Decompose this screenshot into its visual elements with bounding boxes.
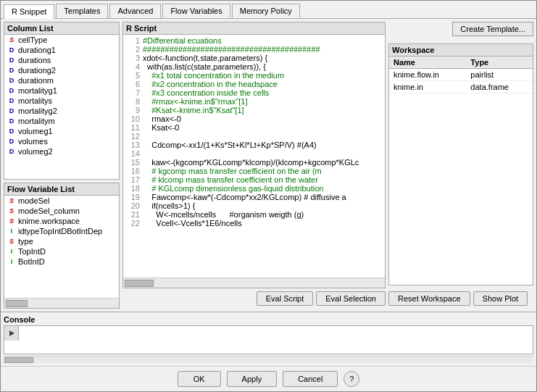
console-hscroll[interactable] — [4, 356, 533, 363]
column-list-item[interactable]: Ddurationg2 — [4, 65, 119, 75]
workspace-col-name: Name — [389, 57, 466, 69]
left-panel: Column List ScellTypeDdurationg1Dduratio… — [4, 22, 120, 309]
script-buttons: Eval Script Eval Selection — [122, 288, 386, 309]
workspace-title: Workspace — [389, 44, 533, 57]
column-list-item[interactable]: Dmortalityg1 — [4, 86, 119, 96]
column-list-item[interactable]: Dvolumeg1 — [4, 126, 119, 136]
tab-templates[interactable]: Templates — [56, 4, 108, 18]
script-line: 13 Cdcomp<-xx1/(1+Ks*St+Kl*Lt+Kp*SP/V) #… — [125, 141, 383, 149]
column-list-item[interactable]: Dmortalitys — [4, 96, 119, 106]
column-list-item[interactable]: Dvolumes — [4, 136, 119, 146]
script-line: 17 # klcomp mass transfer coefficient on… — [125, 175, 383, 184]
help-button[interactable]: ? — [344, 371, 359, 387]
script-title: R Script — [122, 22, 386, 34]
bottom-bar: OK Apply Cancel ? — [1, 366, 536, 391]
flow-var-panel: Flow Variable List SmodeSelSmodeSel_colu… — [4, 183, 120, 309]
console-area[interactable] — [4, 325, 533, 354]
script-line: 22 Vcell<-Vcells*1E6/ncells — [125, 219, 383, 228]
flow-var-item[interactable]: ITopIntD — [4, 246, 119, 257]
flow-var-item[interactable]: SmodeSel — [4, 196, 119, 206]
flow-var-item[interactable]: Stype — [4, 236, 119, 246]
flow-var-item[interactable]: SmodeSel_column — [4, 206, 119, 216]
script-line: 11 Ksat<-0 — [125, 123, 383, 132]
cancel-button[interactable]: Cancel — [283, 371, 338, 387]
column-list-item[interactable]: ScellType — [4, 35, 119, 45]
workspace-row: knime.indata.frame — [389, 81, 533, 93]
eval-selection-button[interactable]: Eval Selection — [316, 291, 386, 306]
column-list-panel: Column List ScellTypeDdurationg1Dduratio… — [4, 22, 120, 180]
script-line: 20 if(ncells>1) { — [125, 201, 383, 210]
center-panel: R Script 1#Differential ecuations2######… — [122, 22, 386, 309]
eval-script-button[interactable]: Eval Script — [257, 291, 314, 306]
script-line: 6 #x2 concentration in the headspace — [125, 80, 383, 88]
svg-marker-0 — [9, 330, 14, 336]
apply-button[interactable]: Apply — [227, 371, 278, 387]
script-line: 9 #Ksat<-knime.in$"Ksat"[1] — [125, 106, 383, 114]
console-section: Console — [1, 312, 536, 366]
script-line: 12 — [125, 132, 383, 141]
script-hscroll[interactable] — [123, 278, 385, 288]
workspace-buttons: Reset Workspace Show Plot — [388, 288, 533, 309]
flow-var-scrollbar[interactable] — [4, 298, 119, 308]
workspace-table: Name Type knime.flow.inpairlistknime.ind… — [389, 57, 533, 93]
column-list-item[interactable]: Dmortalitym — [4, 116, 119, 126]
script-line: 8 #rmax<-knime.in$"rmax"[1] — [125, 97, 383, 106]
column-list-item[interactable]: Dmortalityg2 — [4, 106, 119, 116]
dialog: R Snippet Templates Advanced Flow Variab… — [0, 0, 537, 392]
flow-var-item[interactable]: Sknime.workspace — [4, 216, 119, 226]
column-list-item[interactable]: Dvolumeg2 — [4, 146, 119, 157]
script-line: 14 — [125, 149, 383, 158]
script-line: 5 #x1 total concentration in the medium — [125, 71, 383, 80]
script-line: 7 #x3 concentration inside the cells — [125, 88, 383, 97]
script-line: 4 with(as.list(c(state,parameters)), { — [125, 62, 383, 71]
column-list[interactable]: ScellTypeDdurationg1DdurationsDdurationg… — [4, 35, 119, 179]
script-line: 18 # KGLcomp dimensionless gas-liquid di… — [125, 184, 383, 193]
script-line: 15 kaw<-(kgcomp*KGLcomp*klcomp)/(klcomp+… — [125, 158, 383, 167]
ok-button[interactable]: OK — [178, 371, 221, 387]
show-plot-button[interactable]: Show Plot — [473, 291, 528, 306]
column-list-item[interactable]: Ddurationm — [4, 75, 119, 86]
flow-var-item[interactable]: IidtypeTopIntDBotIntDep — [4, 226, 119, 236]
flow-var-item[interactable]: IBotIntD — [4, 257, 119, 267]
tab-advanced[interactable]: Advanced — [109, 4, 161, 18]
script-line: 16 # kgcomp mass transfer coefficient on… — [125, 167, 383, 175]
flow-var-title: Flow Variable List — [4, 183, 119, 196]
column-list-title: Column List — [4, 22, 119, 35]
flow-var-list[interactable]: SmodeSelSmodeSel_columnSknime.workspaceI… — [4, 196, 119, 298]
console-title: Console — [4, 315, 533, 324]
tab-memory-policy[interactable]: Memory Policy — [232, 4, 300, 18]
create-template-button[interactable]: Create Template... — [452, 22, 533, 36]
workspace-col-type: Type — [466, 57, 533, 69]
workspace-row: knime.flow.inpairlist — [389, 69, 533, 81]
tab-r-snippet[interactable]: R Snippet — [4, 4, 54, 19]
script-line: 19 Fawcomp<-kaw*(-Cdcomp*xx2/KGLcomp) # … — [125, 193, 383, 201]
script-line: 3xdot<-function(t,state,parameters) { — [125, 54, 383, 62]
reset-workspace-button[interactable]: Reset Workspace — [388, 291, 470, 306]
script-content[interactable]: 1#Differential ecuations2###############… — [123, 35, 385, 278]
console-run-icon[interactable] — [4, 326, 19, 341]
script-line: 10 rmax<-0 — [125, 114, 383, 123]
column-list-item[interactable]: Ddurations — [4, 55, 119, 65]
tab-flow-variables[interactable]: Flow Variables — [162, 4, 230, 18]
script-line: 21 W<-mcells/ncells #organism weigth (g) — [125, 210, 383, 219]
script-area[interactable]: 1#Differential ecuations2###############… — [122, 34, 386, 288]
workspace-table-container[interactable]: Name Type knime.flow.inpairlistknime.ind… — [389, 57, 533, 285]
script-line: 2#######################################… — [125, 45, 383, 54]
script-line: 1#Differential ecuations — [125, 36, 383, 45]
workspace-panel: Workspace Name Type knime.flow.inpairlis… — [388, 43, 533, 285]
tab-bar: R Snippet Templates Advanced Flow Variab… — [1, 1, 536, 19]
right-panel: Create Template... Workspace Name Type k… — [388, 22, 533, 309]
column-list-item[interactable]: Ddurationg1 — [4, 45, 119, 55]
main-content: Column List ScellTypeDdurationg1Dduratio… — [1, 19, 536, 312]
